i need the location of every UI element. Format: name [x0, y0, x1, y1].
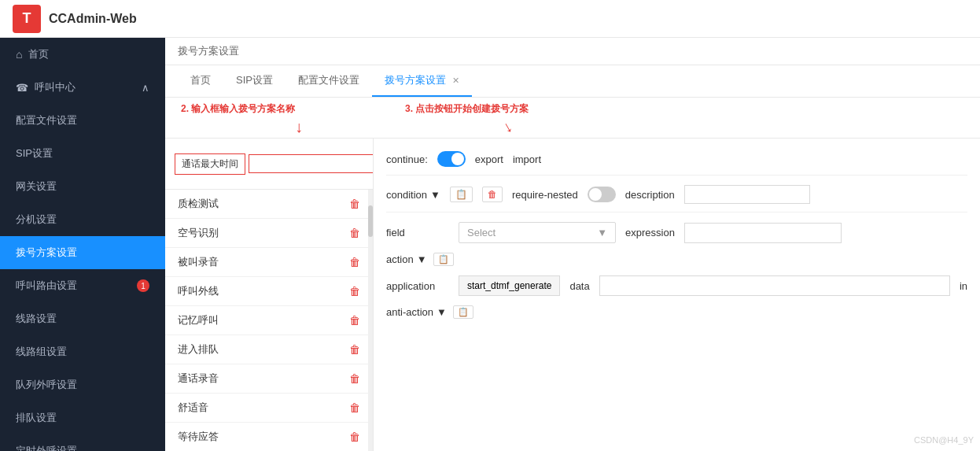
search-input[interactable] — [249, 154, 374, 173]
sidebar-item-home[interactable]: ⌂ 首页 — [0, 38, 165, 71]
anti-action-row: anti-action ▼ 📋 — [386, 305, 967, 319]
list-item[interactable]: 记忆呼叫 🗑 — [165, 306, 373, 335]
sidebar: ⌂ 首页 ☎ 呼叫中心 ∧ 配置文件设置 SIP设置 网关设置 分机设置 — [0, 38, 165, 451]
field-row: field Select ▼ expression — [386, 222, 967, 243]
anti-action-copy-button[interactable]: 📋 — [453, 305, 473, 319]
sidebar-item-gateway[interactable]: 网关设置 — [0, 170, 165, 203]
condition-copy-button[interactable]: 📋 — [450, 187, 473, 202]
sidebar-item-label: 首页 — [28, 47, 49, 61]
data-input[interactable] — [599, 275, 950, 296]
import-button[interactable]: import — [513, 153, 541, 165]
sidebar-item-label: SIP设置 — [16, 146, 53, 161]
delete-icon[interactable]: 🗑 — [349, 227, 360, 239]
sidebar-item-callcenter[interactable]: ☎ 呼叫中心 ∧ — [0, 71, 165, 104]
require-nested-label: require-nested — [512, 189, 578, 201]
item-name: 呼叫外线 — [178, 284, 219, 298]
list-item[interactable]: 被叫录音 🗑 — [165, 248, 373, 277]
sidebar-item-callroute[interactable]: 呼叫路由设置 1 — [0, 269, 165, 302]
condition-dropdown[interactable]: condition ▼ — [386, 189, 440, 201]
anti-action-dropdown[interactable]: anti-action ▼ — [386, 306, 447, 318]
delete-icon[interactable]: 🗑 — [349, 198, 360, 210]
phone-icon: ☎ — [16, 82, 28, 94]
action-copy-button[interactable]: 📋 — [433, 253, 454, 266]
dialplan-list: 质检测试 🗑 空号识别 🗑 被叫录音 🗑 呼叫外线 🗑 — [165, 190, 373, 451]
field-label: field — [386, 227, 449, 238]
tabs-bar: 首页 SIP设置 配置文件设置 拨号方案设置 ✕ — [165, 65, 980, 98]
delete-icon[interactable]: 🗑 — [349, 314, 360, 327]
list-item[interactable]: 进入排队 🗑 — [165, 335, 373, 364]
tab-sip[interactable]: SIP设置 — [223, 65, 286, 97]
delete-icon[interactable]: 🗑 — [349, 343, 360, 356]
item-name: 等待应答 — [178, 430, 219, 444]
list-item[interactable]: 舒适音 🗑 — [165, 394, 373, 423]
sidebar-item-extension[interactable]: 分机设置 — [0, 203, 165, 236]
delete-icon[interactable]: 🗑 — [349, 372, 360, 385]
sidebar-item-line[interactable]: 线路设置 — [0, 302, 165, 335]
chevron-down-icon: ▼ — [437, 306, 447, 318]
sidebar-item-sip[interactable]: SIP设置 — [0, 137, 165, 170]
copy-icon: 📋 — [455, 189, 467, 200]
scrollbar-track[interactable] — [368, 190, 373, 451]
app-title: CCAdmin-Web — [49, 12, 137, 26]
arrow-down-icon-1: ↓ — [295, 119, 303, 135]
scrollbar-thumb[interactable] — [368, 205, 373, 237]
sidebar-item-linegroup[interactable]: 线路组设置 — [0, 335, 165, 368]
delete-icon[interactable]: 🗑 — [349, 401, 360, 414]
action-row: action ▼ 📋 — [386, 253, 967, 266]
tab-dialplan[interactable]: 拨号方案设置 ✕ — [372, 65, 472, 97]
toggle-knob-nested — [589, 188, 602, 201]
description-input[interactable] — [684, 185, 810, 204]
sidebar-item-queueoutcall[interactable]: 队列外呼设置 — [0, 368, 165, 401]
delete-icon[interactable]: 🗑 — [349, 285, 360, 298]
item-name: 进入排队 — [178, 342, 219, 357]
left-panel: 通话最大时间 查找 添加 ∨ 质检测试 🗑 空号识别 🗑 — [165, 139, 374, 451]
trash-icon: 🗑 — [488, 189, 497, 200]
list-toolbar: 通话最大时间 查找 添加 ∨ — [165, 139, 373, 190]
sidebar-item-scheduled[interactable]: 定时外呼设置 — [0, 434, 165, 451]
content-area: 通话最大时间 查找 添加 ∨ 质检测试 🗑 空号识别 🗑 — [165, 139, 980, 451]
annotation-text-2: 3. 点击按钮开始创建拨号方案 — [405, 102, 529, 116]
delete-icon[interactable]: 🗑 — [349, 256, 360, 268]
page-breadcrumb: 拨号方案设置 — [165, 38, 980, 65]
sidebar-item-config[interactable]: 配置文件设置 — [0, 104, 165, 137]
tab-config[interactable]: 配置文件设置 — [286, 65, 372, 97]
tab-home[interactable]: 首页 — [178, 65, 223, 97]
require-nested-toggle[interactable] — [588, 187, 616, 202]
sidebar-item-label: 线路组设置 — [16, 345, 67, 359]
expression-input[interactable] — [684, 223, 842, 243]
tab-close-icon[interactable]: ✕ — [452, 76, 459, 85]
badge-callroute: 1 — [137, 279, 149, 292]
annotation-area: 2. 输入框输入拨号方案名称 3. 点击按钮开始创建拨号方案 ↓ ↓ — [165, 98, 980, 139]
right-panel: continue: export import condition ▼ 📋 — [374, 139, 980, 451]
export-button[interactable]: export — [475, 153, 503, 165]
sidebar-item-label: 定时外呼设置 — [16, 444, 77, 451]
sidebar-item-label: 拨号方案设置 — [16, 246, 77, 260]
tab-label: 拨号方案设置 — [385, 74, 446, 86]
app-header: T CCAdmin-Web — [0, 0, 980, 38]
list-item[interactable]: 呼叫外线 🗑 — [165, 277, 373, 306]
chevron-up-icon: ∧ — [142, 82, 149, 94]
list-item[interactable]: 质检测试 🗑 — [165, 190, 373, 219]
list-item[interactable]: 等待应答 🗑 — [165, 423, 373, 451]
sidebar-item-dialplan[interactable]: 拨号方案设置 — [0, 236, 165, 269]
sidebar-item-queue[interactable]: 排队设置 — [0, 401, 165, 434]
app-logo: T — [13, 5, 41, 33]
item-name: 质检测试 — [178, 197, 219, 211]
sidebar-item-label: 分机设置 — [16, 213, 57, 227]
item-name: 被叫录音 — [178, 255, 219, 269]
chevron-down-icon: ▼ — [597, 227, 607, 238]
list-item[interactable]: 空号识别 🗑 — [165, 219, 373, 248]
select-placeholder: Select — [467, 227, 496, 238]
condition-delete-button[interactable]: 🗑 — [482, 187, 503, 202]
application-value: start_dtmf_generate — [459, 275, 560, 296]
item-name: 舒适音 — [178, 401, 208, 415]
delete-icon[interactable]: 🗑 — [349, 431, 360, 443]
condition-label: condition — [386, 189, 427, 201]
continue-toggle[interactable] — [437, 151, 466, 167]
action-dropdown[interactable]: action ▼ — [386, 253, 427, 265]
description-label: description — [625, 189, 675, 201]
chevron-down-icon: ▼ — [417, 253, 427, 265]
application-row: application start_dtmf_generate data in — [386, 275, 967, 296]
field-select[interactable]: Select ▼ — [459, 222, 616, 243]
list-item[interactable]: 通话录音 🗑 — [165, 364, 373, 394]
